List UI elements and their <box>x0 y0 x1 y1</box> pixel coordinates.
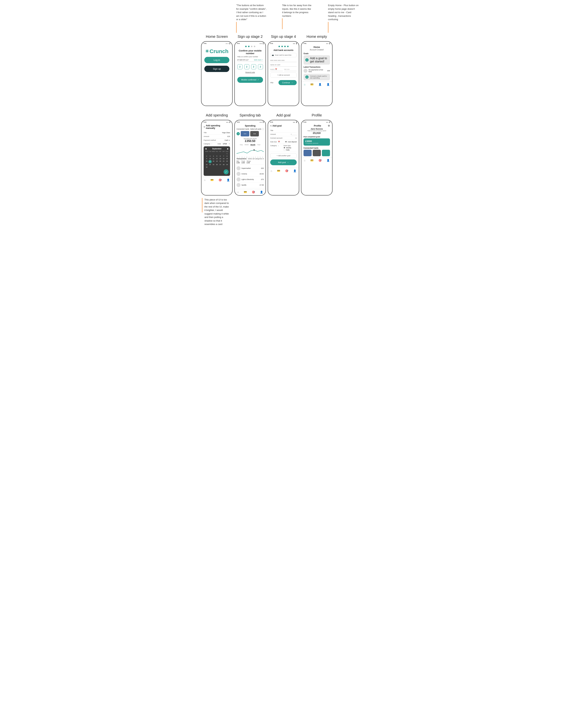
goals-nav-icon[interactable]: 👤 <box>318 83 322 86</box>
cal-day-10[interactable]: 10 <box>208 158 212 160</box>
cal-day-6[interactable]: 6 <box>219 155 222 157</box>
add-goal-btn[interactable]: + Add a goal to get started! <box>304 55 330 65</box>
cal-day-7[interactable]: 7 <box>222 155 225 157</box>
goals-nav-icon-as[interactable]: 🎯 <box>218 178 222 181</box>
goals-nav-icon-st[interactable]: 🎯 <box>252 190 255 194</box>
card-number-input[interactable] <box>270 59 297 62</box>
signup-button[interactable]: Sign up <box>204 66 229 72</box>
add-another-goal-btn[interactable]: + Add another goal <box>270 153 297 158</box>
tab-week[interactable]: Week <box>244 144 248 146</box>
cal-day-29[interactable]: 29 <box>226 164 229 166</box>
spending-nav-icon-as[interactable]: 💳 <box>210 178 213 181</box>
add-account-button[interactable]: + Add an account <box>270 72 297 77</box>
profile-nav-icon[interactable]: 👤 <box>327 83 330 86</box>
skip-link[interactable]: Skip <box>270 82 273 83</box>
goals-nav-icon-prof[interactable]: 🎯 <box>318 159 322 162</box>
continue-button[interactable]: Continue → <box>278 80 297 85</box>
spending-nav-icon-st[interactable]: 💳 <box>244 190 247 194</box>
profile-nav-icon-prof[interactable]: 👤 <box>327 159 330 162</box>
amount-value[interactable]: £15 <box>227 136 230 137</box>
cal-prev-icon[interactable]: ◀ <box>205 148 206 150</box>
pin-box-2[interactable]: 2 <box>244 64 249 69</box>
cal-day-16[interactable]: 16 <box>205 160 208 163</box>
cal-day-30[interactable]: 30 <box>205 166 208 168</box>
cal-day-14[interactable]: 14 <box>222 158 225 160</box>
cal-day-23[interactable]: 23 <box>205 164 208 166</box>
cal-day-18[interactable]: 18 <box>212 160 215 163</box>
cal-confirm-button[interactable]: ✓ <box>224 169 229 174</box>
add-card-button[interactable]: + <box>237 132 240 135</box>
card-1[interactable]: ▥ ▥ <box>241 131 249 136</box>
cal-day-20[interactable]: 20 <box>219 160 222 163</box>
goal-connect-dropdown-icon[interactable]: ∨ <box>296 137 297 139</box>
date-value[interactable]: 17/10 <box>223 143 227 145</box>
title-value[interactable]: Yoga Class <box>222 132 230 134</box>
name-on-card-input[interactable] <box>270 63 297 67</box>
cal-day-13[interactable]: 13 <box>219 158 222 160</box>
connect-card-btn[interactable]: + Connect a bank card to see spending <box>304 74 330 80</box>
cal-day-28[interactable]: 28 <box>222 164 225 166</box>
weekly-radio[interactable] <box>283 147 285 149</box>
profile-nav-icon-as[interactable]: 👤 <box>227 178 230 181</box>
settings-icon[interactable]: ⚙ <box>328 125 330 127</box>
cal-day-17-selected[interactable]: 17 <box>208 160 212 163</box>
cal-day-4[interactable]: 4 <box>212 155 215 157</box>
cal-day-5[interactable]: 5 <box>215 155 218 157</box>
home-nav-icon-st[interactable]: ⌂ <box>237 190 239 194</box>
cal-day-2[interactable]: 2 <box>205 155 208 157</box>
select-categories-label[interactable]: Select all categories ● <box>248 158 264 160</box>
spending-nav-icon-prof[interactable]: 💳 <box>310 159 313 162</box>
cal-day-21[interactable]: 21 <box>222 160 225 163</box>
cal-day-3[interactable]: 3 <box>208 155 212 157</box>
pin-box-1[interactable]: 2 <box>237 64 242 69</box>
cal-day-19[interactable]: 19 <box>215 160 218 163</box>
cal-day-27[interactable]: 27 <box>219 164 222 166</box>
cal-day-12[interactable]: 12 <box>215 158 218 160</box>
profile-card-2[interactable] <box>313 150 321 156</box>
home-nav-icon-as[interactable]: ⌂ <box>204 178 205 181</box>
payment-method-value[interactable]: Cash ∨ <box>225 139 230 141</box>
tab-day[interactable]: Day <box>240 144 243 146</box>
cal-day-25[interactable]: 25 <box>212 164 215 166</box>
scan-card-row[interactable]: 📷 Scan card to save time <box>270 53 297 57</box>
back-button-as[interactable]: < <box>204 126 205 128</box>
goal-calendar-icon[interactable]: 📅 <box>278 141 280 143</box>
close-date-icon[interactable]: ✕ <box>229 143 230 145</box>
profile-card-3[interactable] <box>322 150 330 156</box>
back-button-ag[interactable]: < <box>270 125 272 127</box>
home-nav-icon[interactable]: ⌂ <box>304 83 305 86</box>
goals-nav-icon-ag[interactable]: 🎯 <box>285 169 288 172</box>
cal-day-26[interactable]: 26 <box>215 164 218 166</box>
profile-nav-icon-ag[interactable]: 👤 <box>293 169 296 172</box>
spending-nav-icon[interactable]: 💳 <box>310 83 313 86</box>
cal-day-22[interactable]: 22 <box>226 160 229 163</box>
cal-day-8[interactable]: 8 <box>226 155 229 157</box>
tab-month[interactable]: Month <box>250 144 255 146</box>
cal-next-icon[interactable]: ▶ <box>227 148 229 150</box>
profile-nav-icon-st[interactable]: 👤 <box>260 190 263 194</box>
profile-card-1[interactable] <box>304 150 312 156</box>
cal-day-11[interactable]: 11 <box>212 158 215 160</box>
home-nav-icon-ag[interactable]: ⌂ <box>271 169 272 172</box>
resend-code-link[interactable]: Resend code <box>237 71 263 73</box>
spending-nav-icon-ag[interactable]: 💳 <box>277 169 280 172</box>
cal-day-24[interactable]: 24 <box>208 164 212 166</box>
tx-cinema[interactable]: Cinema £9.50 <box>237 171 264 177</box>
add-goal-submit-btn[interactable]: Add goal → <box>270 160 297 165</box>
auto-deposit-radio[interactable] <box>285 141 287 143</box>
goal-category-dropdown[interactable]: ∨ <box>278 145 279 146</box>
daily-radio[interactable] <box>283 149 285 151</box>
pin-box-4[interactable]: 2 <box>258 64 263 69</box>
mobile-confirmed-button[interactable]: Mobile confirmed ✓ <box>237 77 263 83</box>
goal-amount-placeholder[interactable]: £_._._._ <box>291 133 297 135</box>
tab-year[interactable]: Year <box>257 144 260 146</box>
home-nav-icon-prof[interactable]: ⌂ <box>304 159 305 162</box>
tx-supermarket[interactable]: Supermarket £20 <box>237 166 264 171</box>
pin-box-3[interactable]: 2 <box>251 64 256 69</box>
card-2[interactable]: ◉ ◉ <box>250 131 259 136</box>
login-button[interactable]: Log in <box>204 57 229 63</box>
tx-spotify[interactable]: Spotify £7.99 <box>237 182 264 188</box>
tx-electricity[interactable]: Light & Electricity £75 <box>237 177 264 182</box>
cal-day-15[interactable]: 15 <box>226 158 229 160</box>
cal-day-9[interactable]: 9 <box>205 158 208 160</box>
